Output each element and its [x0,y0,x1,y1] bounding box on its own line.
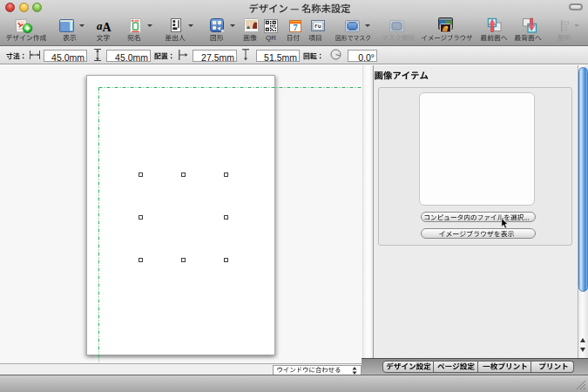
svg-text:7: 7 [294,23,298,32]
